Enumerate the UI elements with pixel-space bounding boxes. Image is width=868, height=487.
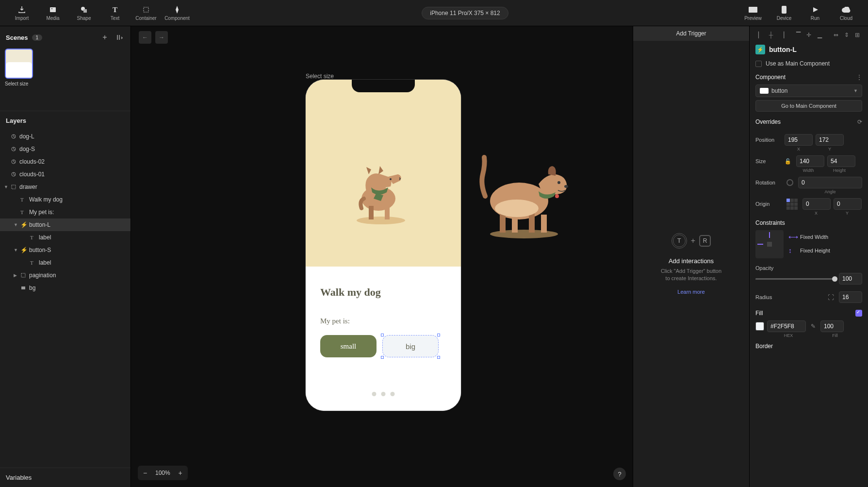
device-label: Device bbox=[777, 16, 792, 21]
zoom-control: − 100% + bbox=[138, 466, 188, 480]
goto-main-component-button[interactable]: Go to Main Component bbox=[755, 100, 862, 112]
checkbox-icon[interactable] bbox=[755, 61, 762, 67]
plus-icon: + bbox=[691, 236, 695, 245]
svg-rect-27 bbox=[541, 215, 547, 233]
svg-point-28 bbox=[495, 200, 539, 217]
zoom-out-button[interactable]: − bbox=[140, 468, 150, 478]
layer-row-My-pet-is:[interactable]: TMy pet is: bbox=[0, 206, 131, 218]
help-button[interactable]: ? bbox=[613, 468, 626, 480]
position-y-input[interactable] bbox=[816, 134, 844, 146]
component-value: button bbox=[771, 87, 787, 94]
button-large-selected[interactable]: big bbox=[382, 335, 439, 357]
origin-x-input[interactable] bbox=[802, 198, 831, 210]
position-x-input[interactable] bbox=[785, 134, 813, 146]
text-tool[interactable]: T Text bbox=[101, 1, 129, 25]
run-tool[interactable]: Run bbox=[801, 1, 829, 25]
add-trigger-button[interactable]: Add Trigger bbox=[633, 26, 749, 41]
import-tool[interactable]: Import bbox=[8, 1, 36, 25]
shape-tool[interactable]: Shape bbox=[70, 1, 98, 25]
distribute-h-icon[interactable]: ⇔ bbox=[831, 30, 841, 40]
component-select[interactable]: button ▼ bbox=[755, 84, 862, 97]
opacity-slider[interactable] bbox=[755, 278, 835, 280]
fixed-width-row[interactable]: ⟷Fixed Width bbox=[788, 233, 830, 241]
radius-input[interactable] bbox=[839, 291, 862, 303]
fill-toggle[interactable] bbox=[855, 310, 862, 317]
zoom-value[interactable]: 100% bbox=[152, 470, 173, 476]
run-icon bbox=[812, 5, 819, 15]
layer-row-button-S[interactable]: ▼⚡button-S bbox=[0, 244, 131, 256]
component-menu-icon[interactable]: ⋮ bbox=[856, 74, 862, 81]
button-small[interactable]: small bbox=[320, 335, 377, 357]
align-bottom-icon[interactable]: ▁ bbox=[815, 30, 824, 40]
use-main-checkbox-row[interactable]: Use as Main Component bbox=[755, 60, 862, 67]
origin-y-input[interactable] bbox=[834, 198, 862, 210]
learn-more-link[interactable]: Learn more bbox=[677, 289, 704, 295]
position-label: Position bbox=[755, 137, 782, 143]
fixed-height-row[interactable]: ↕Fixed Height bbox=[788, 247, 830, 254]
layer-row-clouds-01[interactable]: clouds-01 bbox=[0, 168, 131, 181]
align-top-icon[interactable]: ▔ bbox=[793, 30, 803, 40]
scenes-header: Scenes 1 + bbox=[0, 26, 131, 49]
corners-icon[interactable]: ⛶ bbox=[826, 294, 836, 301]
align-controls: ▏ ┼ ▕ ▔ ✛ ▁ ⇔ ⇕ ⊞ bbox=[755, 30, 862, 40]
layer-row-label[interactable]: Tlabel bbox=[0, 231, 131, 244]
layer-row-Walk-my-dog[interactable]: TWalk my dog bbox=[0, 193, 131, 206]
component-tool[interactable]: Component bbox=[163, 1, 191, 25]
layer-row-clouds-02[interactable]: clouds-02 bbox=[0, 155, 131, 168]
align-center-h-icon[interactable]: ┼ bbox=[766, 30, 776, 40]
device-tool[interactable]: Device bbox=[770, 1, 798, 25]
fill-swatch[interactable] bbox=[755, 322, 764, 331]
height-input[interactable] bbox=[827, 155, 855, 167]
text-label: Text bbox=[111, 16, 119, 21]
refresh-icon[interactable]: ⟳ bbox=[857, 118, 862, 125]
scene-flow-button[interactable] bbox=[114, 32, 125, 43]
align-right-icon[interactable]: ▕ bbox=[777, 30, 786, 40]
media-tool[interactable]: Media bbox=[39, 1, 67, 25]
layer-row-dog-S[interactable]: dog-S bbox=[0, 143, 131, 155]
distribute-v-icon[interactable]: ⇕ bbox=[842, 30, 852, 40]
layer-row-label[interactable]: Tlabel bbox=[0, 256, 131, 269]
variables-section[interactable]: Variables bbox=[0, 468, 131, 487]
cloud-icon bbox=[842, 5, 851, 15]
opacity-input[interactable] bbox=[839, 273, 862, 285]
zoom-in-button[interactable]: + bbox=[175, 468, 186, 478]
border-title: Border bbox=[755, 343, 862, 350]
run-label: Run bbox=[811, 16, 819, 21]
layer-row-pagination[interactable]: ▶pagination bbox=[0, 269, 131, 282]
opacity-label: Opacity bbox=[755, 265, 782, 271]
fill-opacity-input[interactable] bbox=[820, 320, 844, 332]
tool-group-left: Import Media Shape T Text Container Comp… bbox=[8, 1, 191, 25]
svg-rect-13 bbox=[21, 286, 25, 289]
layer-row-dog-L[interactable]: dog-L bbox=[0, 130, 131, 143]
origin-grid[interactable] bbox=[786, 199, 798, 210]
scene-thumb-1[interactable] bbox=[5, 49, 33, 79]
import-icon bbox=[18, 5, 26, 15]
constraint-grid[interactable] bbox=[755, 230, 784, 258]
rotation-dial-icon[interactable] bbox=[786, 179, 793, 186]
align-center-v-icon[interactable]: ✛ bbox=[804, 30, 814, 40]
preview-tool[interactable]: Preview bbox=[739, 1, 767, 25]
layer-row-drawer[interactable]: ▼drawer bbox=[0, 181, 131, 193]
interactions-empty-state: T + R Add interactions Click "Add Trigge… bbox=[633, 41, 749, 487]
add-scene-button[interactable]: + bbox=[99, 32, 110, 43]
align-left-icon[interactable]: ▏ bbox=[755, 30, 765, 40]
lock-icon[interactable]: 🔓 bbox=[785, 158, 791, 165]
rotation-input[interactable] bbox=[798, 177, 862, 188]
tidy-icon[interactable]: ⊞ bbox=[852, 30, 862, 40]
canvas[interactable]: ← → Select size bbox=[131, 26, 633, 487]
preview-icon bbox=[749, 5, 757, 15]
component-section-title: Component ⋮ bbox=[755, 74, 862, 81]
frame-label[interactable]: Select size bbox=[306, 73, 334, 80]
fill-row: ✎ bbox=[755, 320, 862, 332]
layer-row-bg[interactable]: bg bbox=[0, 282, 131, 294]
phone-frame[interactable]: Walk my dog My pet is: small big bbox=[306, 80, 461, 411]
cloud-tool[interactable]: Cloud bbox=[832, 1, 860, 25]
eyedropper-icon[interactable]: ✎ bbox=[809, 323, 818, 330]
device-icon bbox=[782, 5, 786, 15]
device-selector[interactable]: iPhone 11 Pro/X 375 × 812 bbox=[422, 7, 508, 19]
overrides-title: Overrides ⟳ bbox=[755, 118, 862, 125]
layer-row-button-L[interactable]: ▼⚡button-L bbox=[0, 218, 131, 231]
container-tool[interactable]: Container bbox=[132, 1, 160, 25]
width-input[interactable] bbox=[796, 155, 824, 167]
fill-hex-input[interactable] bbox=[767, 320, 806, 332]
